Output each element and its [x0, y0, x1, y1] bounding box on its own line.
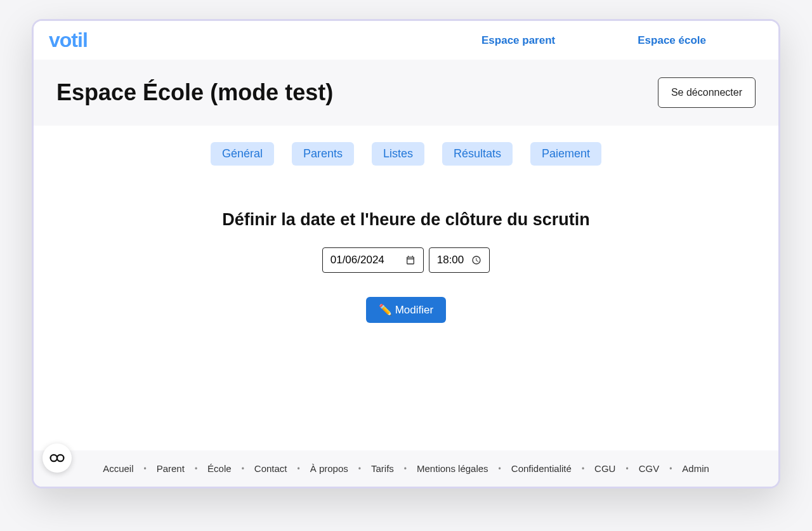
tab-general[interactable]: Général	[211, 142, 274, 166]
time-value: 18:00	[437, 254, 464, 266]
footer-link-admin[interactable]: Admin	[682, 463, 709, 474]
logo[interactable]: votil	[49, 29, 88, 52]
nav-link-school[interactable]: Espace école	[638, 34, 706, 47]
date-value: 01/06/2024	[331, 254, 384, 266]
datetime-row: 01/06/2024 18:00	[322, 247, 490, 273]
tab-results[interactable]: Résultats	[442, 142, 513, 166]
modify-button[interactable]: ✏️ Modifier	[366, 297, 446, 323]
page-title: Espace École (mode test)	[56, 79, 333, 106]
clock-icon	[471, 255, 481, 265]
footer-link-pricing[interactable]: Tarifs	[371, 463, 394, 474]
tab-parents[interactable]: Parents	[292, 142, 354, 166]
footer-separator: •	[358, 464, 361, 473]
app-frame: votil Espace parent Espace école Espace …	[32, 19, 780, 488]
time-input[interactable]: 18:00	[429, 247, 490, 273]
floating-widget-button[interactable]	[43, 443, 72, 473]
footer-link-cgv[interactable]: CGV	[639, 463, 660, 474]
top-nav-links: Espace parent Espace école	[481, 34, 763, 47]
section-heading: Définir la date et l'heure de clôture du…	[222, 210, 590, 230]
footer-separator: •	[499, 464, 501, 473]
footer-separator: •	[582, 464, 584, 473]
footer-link-parent[interactable]: Parent	[157, 463, 185, 474]
main-content: Définir la date et l'heure de clôture du…	[34, 172, 778, 450]
footer-link-contact[interactable]: Contact	[254, 463, 287, 474]
svg-point-0	[51, 455, 57, 461]
footer: Accueil • Parent • École • Contact • À p…	[34, 450, 778, 487]
footer-separator: •	[298, 464, 300, 473]
footer-link-about[interactable]: À propos	[310, 463, 348, 474]
date-input[interactable]: 01/06/2024	[322, 247, 424, 273]
footer-separator: •	[669, 464, 672, 473]
logout-button[interactable]: Se déconnecter	[658, 77, 756, 108]
footer-link-cgu[interactable]: CGU	[594, 463, 615, 474]
tab-lists[interactable]: Listes	[372, 142, 424, 166]
footer-separator: •	[242, 464, 244, 473]
footer-separator: •	[195, 464, 197, 473]
top-nav: votil Espace parent Espace école	[34, 21, 778, 60]
footer-link-home[interactable]: Accueil	[103, 463, 133, 474]
calendar-icon	[405, 255, 416, 265]
tab-payment[interactable]: Paiement	[530, 142, 601, 166]
tabs-row: Général Parents Listes Résultats Paiemen…	[34, 126, 778, 172]
footer-link-privacy[interactable]: Confidentialité	[511, 463, 572, 474]
footer-link-school[interactable]: École	[207, 463, 232, 474]
footer-separator: •	[625, 464, 628, 473]
footer-link-legal[interactable]: Mentions légales	[417, 463, 488, 474]
nav-link-parent[interactable]: Espace parent	[481, 34, 555, 47]
link-icon	[49, 453, 65, 463]
footer-separator: •	[143, 464, 146, 473]
svg-point-1	[57, 455, 63, 461]
header-bar: Espace École (mode test) Se déconnecter	[34, 60, 778, 126]
footer-separator: •	[404, 464, 407, 473]
